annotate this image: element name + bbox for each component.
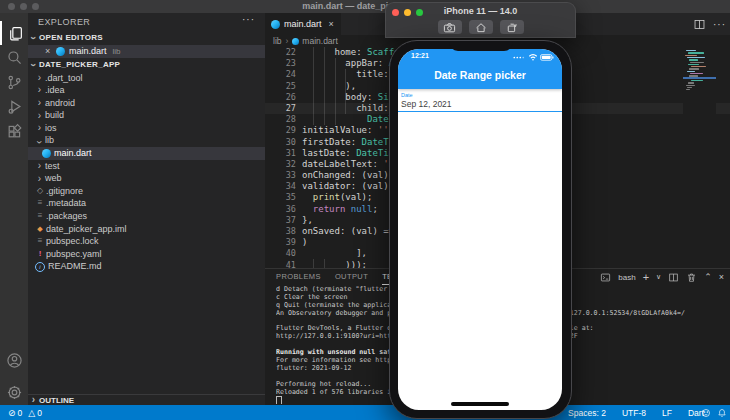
source-control-icon[interactable]: [0, 70, 28, 94]
yaml-file-icon: !: [34, 248, 46, 261]
info-icon: i: [35, 262, 45, 272]
explorer-title: EXPLORER: [38, 17, 90, 27]
breadcrumb-folder[interactable]: lib: [273, 36, 282, 46]
open-editor-folder: lib: [113, 45, 121, 58]
tree-item-pubspec.yaml[interactable]: !pubspec.yaml: [28, 248, 265, 261]
split-editor-icon[interactable]: [693, 18, 706, 31]
battery-icon: [540, 54, 554, 61]
chevron-right-icon: ›: [28, 395, 39, 405]
status-item-lf[interactable]: LF: [662, 408, 672, 418]
line-number: 23: [265, 58, 296, 69]
git-file-icon: ◇: [34, 185, 46, 198]
minimap-mark: [688, 52, 704, 53]
chevron-down-icon: ›: [28, 33, 38, 44]
panel-tab-problems[interactable]: PROBLEMS: [276, 272, 321, 285]
screenshot-button[interactable]: [438, 20, 462, 34]
desktop: main.dart — date_picker_app EXPLORER ···…: [0, 0, 730, 420]
tree-item-label: README.md: [48, 260, 102, 273]
tree-item-web[interactable]: ›web: [28, 172, 265, 185]
problems-status[interactable]: ⊘ 0 △ 0: [8, 408, 42, 418]
line-number: 28: [265, 114, 296, 125]
date-field-value[interactable]: Sep 12, 2021: [401, 99, 452, 109]
tree-item-README.md[interactable]: iREADME.md: [28, 260, 265, 273]
line-number: 41: [265, 260, 296, 268]
chevron-down-icon[interactable]: ∨: [656, 273, 661, 281]
minimap-mark: [686, 89, 690, 90]
run-debug-icon[interactable]: [0, 95, 28, 119]
line-number: 30: [265, 137, 296, 148]
split-terminal-icon[interactable]: [668, 272, 679, 283]
tree-item-test[interactable]: ›test: [28, 160, 265, 173]
vscode-titlebar: main.dart — date_picker_app: [0, 0, 730, 13]
project-section[interactable]: ›DATE_PICKER_APP: [28, 59, 265, 71]
tree-item-.dart_tool[interactable]: ›.dart_tool: [28, 72, 265, 85]
wifi-icon: [528, 53, 538, 61]
rotate-button[interactable]: [500, 20, 524, 34]
open-editor-main-dart[interactable]: × main.dart lib: [28, 45, 265, 58]
dart-icon: [42, 149, 51, 158]
close-panel-icon[interactable]: ×: [719, 272, 724, 282]
minimap[interactable]: [683, 47, 716, 268]
minimap-mark: [689, 68, 699, 69]
tree-item-label: .idea: [45, 84, 65, 97]
line-number: 39: [265, 237, 296, 248]
close-tab-icon[interactable]: ×: [329, 19, 334, 29]
iphone-device: 12:21 Date Range picker Date Sep 12, 202…: [389, 40, 572, 419]
tree-item-label: pubspec.yaml: [46, 248, 102, 261]
search-icon[interactable]: [0, 46, 28, 70]
line-number: 35: [265, 192, 296, 203]
minimap-mark: [687, 87, 692, 88]
chevron-icon: ›: [34, 123, 45, 133]
feedback-smiley-icon[interactable]: [701, 408, 711, 418]
chevron-icon: ›: [34, 111, 45, 121]
warning-icon: △: [28, 408, 35, 418]
tree-item-.metadata[interactable]: ≡.metadata: [28, 197, 265, 210]
settings-gear-icon[interactable]: [0, 380, 28, 404]
lines-file-icon: ≡: [34, 197, 46, 210]
line-number: 33: [265, 170, 296, 181]
terminal-icon: [600, 272, 611, 283]
home-indicator[interactable]: [451, 402, 509, 406]
minimap-current-line: [683, 77, 716, 79]
shell-label[interactable]: bash: [618, 273, 635, 282]
new-terminal-icon[interactable]: +: [643, 271, 649, 283]
tree-item-.idea[interactable]: ›.idea: [28, 84, 265, 97]
dart-icon: [56, 47, 65, 56]
more-actions-icon[interactable]: ···: [713, 19, 726, 30]
tree-item-.gitignore[interactable]: ◇.gitignore: [28, 185, 265, 198]
panel-tab-output[interactable]: OUTPUT: [335, 272, 368, 285]
cellular-signal-icon: [513, 54, 525, 61]
simulator-titlebar[interactable]: iPhone 11 — 14.0: [385, 2, 576, 38]
minimap-mark: [688, 82, 694, 83]
kill-terminal-trash-icon[interactable]: [686, 272, 697, 283]
chevron-down-icon: ›: [28, 60, 38, 71]
breadcrumb-file[interactable]: main.dart: [302, 36, 337, 46]
account-icon[interactable]: [0, 348, 28, 372]
activity-bar: [0, 13, 28, 405]
terminal-toolbar: bash + ∨ ⌃ ×: [600, 271, 724, 283]
tree-item-android[interactable]: ›android: [28, 97, 265, 110]
extensions-icon[interactable]: [0, 119, 28, 143]
app-bar: 12:21 Date Range picker: [398, 49, 562, 89]
explorer-actions-icon[interactable]: ···: [242, 14, 255, 25]
line-number: 36: [265, 204, 296, 215]
phone-screen: 12:21 Date Range picker Date Sep 12, 202…: [398, 49, 562, 410]
tab-main-dart[interactable]: main.dart ×: [265, 13, 341, 35]
tree-item-main.dart[interactable]: main.dart: [28, 147, 265, 160]
tree-item-build[interactable]: ›build: [28, 109, 265, 122]
notifications-bell-icon[interactable]: [717, 408, 727, 418]
tree-item-lib[interactable]: ›lib: [28, 134, 265, 147]
open-editors-section[interactable]: ›OPEN EDITORS: [28, 32, 265, 44]
home-button[interactable]: [469, 20, 493, 34]
maximize-panel-icon[interactable]: ⌃: [704, 272, 712, 282]
status-item-spaces-2[interactable]: Spaces: 2: [568, 408, 606, 418]
tree-item-ios[interactable]: ›ios: [28, 122, 265, 135]
explorer-icon[interactable]: [0, 21, 28, 45]
tree-item-.packages[interactable]: ≡.packages: [28, 210, 265, 223]
minimap-mark: [690, 62, 704, 63]
tree-item-pubspec.lock[interactable]: ≡pubspec.lock: [28, 235, 265, 248]
minimap-mark: [688, 64, 699, 65]
status-item-utf-8[interactable]: UTF-8: [622, 408, 646, 418]
close-icon[interactable]: ×: [45, 45, 56, 58]
tree-item-date_picker_app.iml[interactable]: ◆date_picker_app.iml: [28, 223, 265, 236]
